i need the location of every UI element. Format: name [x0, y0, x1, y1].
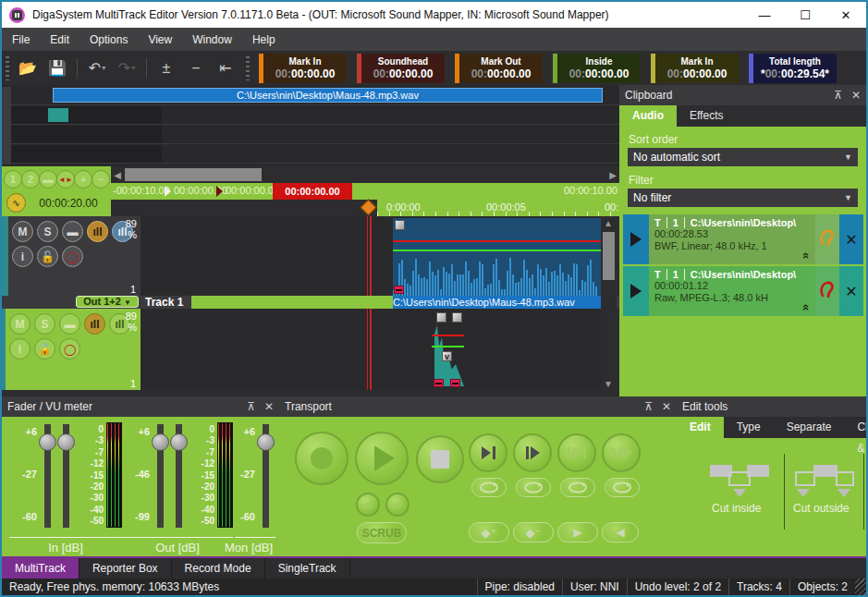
- track1-record-button[interactable]: ◯: [62, 246, 83, 267]
- in-fader-right-knob[interactable]: [57, 433, 75, 451]
- scroll-down-icon[interactable]: ▼: [602, 377, 615, 390]
- cut-inside-icon[interactable]: [710, 463, 769, 498]
- menu-options[interactable]: Options: [79, 30, 138, 50]
- clip2-trim-handle-b[interactable]: [450, 379, 460, 387]
- item1-monitor-button[interactable]: [815, 214, 839, 264]
- overview-clip[interactable]: [48, 108, 68, 122]
- step-left-button[interactable]: ◀: [602, 522, 639, 542]
- playhead-handle[interactable]: [360, 199, 376, 215]
- zoom-preset-1-button[interactable]: 1: [4, 170, 22, 189]
- clip2-level-line-green[interactable]: [432, 346, 464, 347]
- loop-4-button[interactable]: [605, 478, 640, 497]
- scrub-button[interactable]: SCRUB: [357, 522, 407, 543]
- track1-audio-clip[interactable]: [393, 218, 601, 296]
- close-panel-icon[interactable]: ✕: [264, 400, 274, 413]
- clip1-level-line-green[interactable]: [393, 250, 601, 251]
- track1-info-button[interactable]: i: [12, 246, 33, 267]
- play-to-mark-button[interactable]: [469, 433, 507, 472]
- tracks-vscrollbar[interactable]: ▲ ▼: [601, 216, 617, 390]
- track2-lock-button[interactable]: 🔓: [34, 338, 55, 359]
- play-selection-button[interactable]: [557, 433, 596, 472]
- timeline-scrollbar[interactable]: ◀ ▶: [111, 166, 619, 183]
- play-around-button[interactable]: [602, 433, 641, 472]
- clip2-handle-b[interactable]: [452, 312, 462, 323]
- zoom-in-icon[interactable]: ±: [154, 57, 178, 79]
- goto-start-icon[interactable]: ⇤: [214, 57, 238, 79]
- menu-window[interactable]: Window: [182, 30, 242, 50]
- cut-outside-icon[interactable]: [795, 463, 854, 498]
- out-fader-right-knob[interactable]: [170, 433, 188, 451]
- pin-icon[interactable]: ⊼: [834, 89, 842, 102]
- menu-view[interactable]: View: [138, 30, 182, 50]
- track2-record-button[interactable]: ◯: [59, 338, 80, 359]
- project-overview[interactable]: C:\Users\nin\Desktop\Maus-48.mp3.wav: [2, 85, 619, 166]
- item1-play-button[interactable]: [623, 214, 649, 264]
- cut-inside-label[interactable]: Cut inside: [712, 502, 761, 515]
- maximize-button[interactable]: ☐: [785, 2, 825, 28]
- undo-icon[interactable]: ↶▾: [85, 57, 109, 79]
- close-panel-icon[interactable]: ✕: [851, 89, 861, 102]
- track2-collapse-button[interactable]: ▬: [59, 313, 80, 335]
- item1-delete-button[interactable]: ✕: [839, 214, 863, 264]
- clip1-level-line-red[interactable]: [393, 240, 601, 242]
- clip2-handle-a[interactable]: [436, 312, 446, 323]
- tab-separate[interactable]: Separate: [774, 417, 845, 438]
- track2-meter-a-button[interactable]: ıll: [84, 313, 105, 335]
- filter-select[interactable]: No filter▼: [628, 189, 858, 207]
- tab-audio[interactable]: Audio: [619, 105, 677, 127]
- clipboard-item-2[interactable]: T1C:\Users\nin\Desktop\ 00:00:01.12 Raw,…: [623, 266, 863, 316]
- tracks-vscroll-thumb[interactable]: [603, 232, 615, 280]
- collapse-button[interactable]: ▬: [39, 170, 57, 189]
- tab-type[interactable]: Type: [724, 417, 774, 438]
- zoom-out-icon[interactable]: −: [184, 57, 208, 79]
- tab-clip[interactable]: Clip & I: [844, 417, 868, 438]
- track1-mute-button[interactable]: M: [12, 221, 33, 242]
- in-fader-left-knob[interactable]: [39, 433, 56, 451]
- tab-record-mode[interactable]: Record Mode: [172, 558, 265, 579]
- resize-grip[interactable]: [855, 579, 866, 595]
- play-from-mark-button[interactable]: [513, 433, 552, 472]
- clip2-v-handle[interactable]: v: [442, 351, 452, 361]
- out-fader-left-knob[interactable]: [152, 433, 169, 451]
- menu-help[interactable]: Help: [242, 30, 286, 50]
- menu-edit[interactable]: Edit: [40, 30, 79, 50]
- timeline-zoom-in-button[interactable]: +: [74, 170, 92, 189]
- close-button[interactable]: ✕: [825, 2, 866, 28]
- pin-icon[interactable]: ⊼: [644, 400, 653, 413]
- timeline-zoom-out-button[interactable]: −: [92, 170, 110, 189]
- track1-meter-a-button[interactable]: ıll: [87, 221, 108, 242]
- track2-mute-button[interactable]: M: [9, 313, 31, 335]
- clip2-trim-handle-a[interactable]: [434, 379, 444, 387]
- record-button[interactable]: [295, 432, 348, 485]
- item2-body[interactable]: T1C:\Users\nin\Desktop\ 00:00:01.12 Raw,…: [649, 266, 815, 316]
- item1-body[interactable]: T1C:\Users\nin\Desktop\ 00:00:28.53 BWF,…: [649, 214, 815, 264]
- overview-file-bar[interactable]: C:\Users\nin\Desktop\Maus-48.mp3.wav: [53, 88, 603, 103]
- mark-out-flag[interactable]: [216, 186, 223, 197]
- save-icon[interactable]: 💾: [45, 57, 69, 79]
- scroll-up-icon[interactable]: ▲: [602, 216, 615, 229]
- sort-order-select[interactable]: No automatic sort▼: [628, 148, 858, 166]
- tab-multitrack[interactable]: MultiTrack: [2, 558, 79, 579]
- waveform-zoom-icon[interactable]: ∿: [6, 193, 26, 213]
- open-file-icon[interactable]: 📂: [16, 57, 40, 79]
- expand-icon[interactable]: «: [800, 252, 813, 259]
- mark-in-flag[interactable]: [165, 186, 171, 197]
- track1-lock-button[interactable]: 🔓: [37, 246, 58, 267]
- zoom-to-marks-button[interactable]: ◄►: [56, 170, 75, 189]
- tab-reporter-box[interactable]: Reporter Box: [79, 558, 172, 579]
- tab-edit[interactable]: Edit: [677, 417, 724, 438]
- forward-button[interactable]: »: [385, 493, 410, 517]
- clipboard-item-1[interactable]: T1C:\Users\nin\Desktop\ 00:00:28.53 BWF,…: [623, 214, 863, 264]
- scroll-right-icon[interactable]: ▶: [606, 168, 619, 181]
- ruler-marks[interactable]: -00:00:10.00 00:00:00.00 00:00:00.00 00:…: [111, 183, 619, 200]
- ruler-timescale[interactable]: 0:00:00 00:00:05 00:: [111, 200, 619, 216]
- track1-collapse-button[interactable]: ▬: [62, 221, 83, 242]
- stop-button[interactable]: [416, 435, 464, 483]
- loop-2-button[interactable]: [516, 478, 551, 497]
- track2-info-button[interactable]: i: [9, 338, 31, 359]
- item2-play-button[interactable]: [623, 266, 649, 316]
- loop-3-button[interactable]: [560, 478, 595, 497]
- track1-solo-button[interactable]: S: [37, 221, 58, 242]
- track1-output-select[interactable]: Out 1+2 ▼: [76, 296, 139, 308]
- tab-effects[interactable]: Effects: [677, 105, 736, 127]
